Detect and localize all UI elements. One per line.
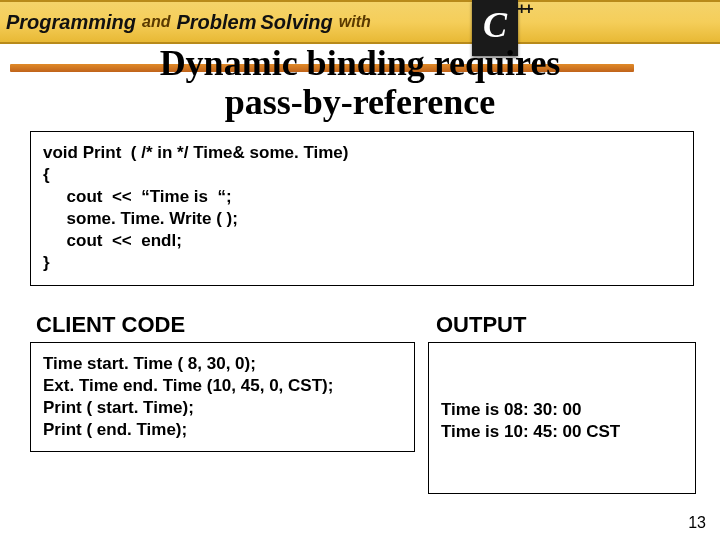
header-programming: Programming [6,11,136,34]
code-box-client: Time start. Time ( 8, 30, 0); Ext. Time … [30,342,415,452]
page-number: 13 [688,514,706,532]
header-and: and [142,13,170,31]
label-output: OUTPUT [436,312,526,338]
header-with: with [339,13,371,31]
slide-title: Dynamic binding requires pass-by-referen… [0,44,720,122]
code-box-print: void Print ( /* in */ Time& some. Time) … [30,131,694,286]
title-line-2: pass-by-reference [225,82,496,122]
label-client-code: CLIENT CODE [36,312,185,338]
code-box-output: Time is 08: 30: 00 Time is 10: 45: 00 CS… [428,342,696,494]
title-line-1: Dynamic binding requires [160,43,561,83]
slide-header: Programming and Problem Solving with [0,0,720,44]
header-problem: Problem [176,11,256,34]
cpp-logo-plus: ++ [517,0,532,18]
section-labels: CLIENT CODE OUTPUT [36,312,696,338]
header-solving: Solving [261,11,333,34]
